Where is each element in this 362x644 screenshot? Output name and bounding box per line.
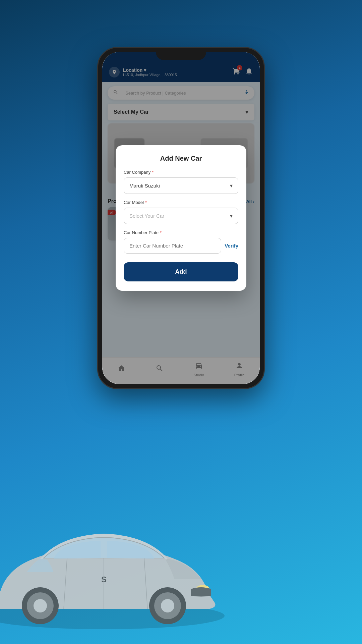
- car-model-group: Car Model * Select Your Car ▾: [124, 200, 238, 224]
- car-company-select[interactable]: Maruti Suzuki ▾: [124, 177, 238, 194]
- plate-input[interactable]: [124, 238, 221, 254]
- phone-frame: Location ▾ H-510, Jodhpur Village, , 380…: [97, 47, 265, 389]
- car-company-chevron: ▾: [230, 182, 233, 189]
- add-button[interactable]: Add: [124, 262, 238, 281]
- car-company-value: Maruti Suzuki: [129, 183, 160, 189]
- modal-box: Add New Car Car Company * Maruti Suzuki …: [116, 145, 246, 291]
- phone-screen: Location ▾ H-510, Jodhpur Village, , 380…: [102, 52, 260, 384]
- car-company-label: Car Company *: [124, 170, 238, 175]
- verify-button[interactable]: Verify: [225, 243, 238, 249]
- car-model-label: Car Model *: [124, 200, 238, 205]
- modal-overlay: Add New Car Car Company * Maruti Suzuki …: [102, 52, 260, 384]
- required-star-model: *: [145, 200, 147, 205]
- svg-point-3: [34, 599, 47, 612]
- car-model-chevron: ▾: [230, 213, 233, 219]
- car-model-select[interactable]: Select Your Car ▾: [124, 208, 238, 224]
- phone-notch: [156, 48, 206, 60]
- modal-title: Add New Car: [124, 155, 238, 162]
- car-company-group: Car Company * Maruti Suzuki ▾: [124, 170, 238, 194]
- required-star-plate: *: [160, 230, 162, 235]
- svg-point-6: [161, 599, 174, 612]
- car-model-placeholder: Select Your Car: [129, 213, 164, 219]
- app-content: Location ▾ H-510, Jodhpur Village, , 380…: [102, 52, 260, 384]
- required-star-company: *: [152, 170, 154, 175]
- number-plate-row: Verify: [124, 238, 238, 254]
- car-number-label: Car Number Plate *: [124, 230, 238, 235]
- background-car: S: [0, 475, 235, 644]
- car-number-group: Car Number Plate * Verify: [124, 230, 238, 254]
